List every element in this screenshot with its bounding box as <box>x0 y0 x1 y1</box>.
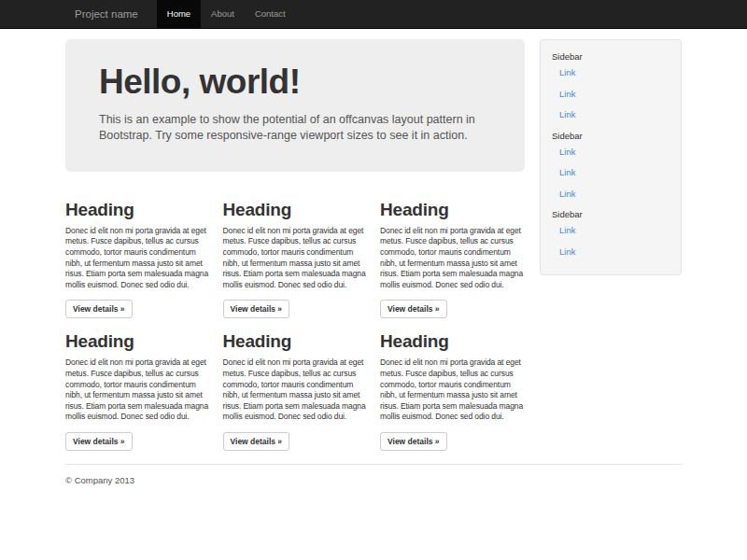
sidebar-group: Sidebar LinkLinkLink <box>552 131 669 200</box>
card-heading: Heading <box>65 332 210 352</box>
card-body-text: Donec id elit non mi porta gravida at eg… <box>223 357 368 423</box>
card-heading: Heading <box>223 201 368 220</box>
view-details-button[interactable]: View details » <box>380 432 447 451</box>
card-heading: Heading <box>65 201 210 220</box>
navbar-menu: HomeAboutContact <box>157 0 296 28</box>
cards-row-2: Heading Donec id elit non mi porta gravi… <box>65 321 525 450</box>
content-card: Heading Donec id elit non mi porta gravi… <box>380 321 525 450</box>
sidebar-link[interactable]: Link <box>559 89 669 100</box>
view-details-button[interactable]: View details » <box>223 432 290 451</box>
navbar: Project name HomeAboutContact <box>0 0 747 29</box>
jumbotron-text: This is an example to show the potential… <box>99 112 512 146</box>
view-details-button[interactable]: View details » <box>223 300 290 318</box>
footer: © Company 2013 <box>65 464 682 513</box>
sidebar-well: Sidebar LinkLinkLink Sidebar LinkLinkLin… <box>540 39 682 275</box>
navbar-brand[interactable]: Project name <box>65 0 148 28</box>
card-body-text: Donec id elit non mi porta gravida at eg… <box>65 357 210 423</box>
sidebar-link[interactable]: Link <box>559 67 669 78</box>
sidebar-group: Sidebar LinkLinkLink <box>552 51 669 120</box>
jumbotron: Hello, world! This is an example to show… <box>65 39 525 172</box>
card-heading: Heading <box>223 332 368 352</box>
view-details-button[interactable]: View details » <box>380 300 447 318</box>
card-body-text: Donec id elit non mi porta gravida at eg… <box>380 357 525 423</box>
sidebar-group: Sidebar LinkLink <box>552 209 669 258</box>
main-content: Hello, world! This is an example to show… <box>65 39 525 451</box>
sidebar-link[interactable]: Link <box>559 246 669 258</box>
nav-link-about[interactable]: About <box>201 0 245 28</box>
cards-row-1: Heading Donec id elit non mi porta gravi… <box>65 189 525 318</box>
sidebar-group-title: Sidebar <box>552 51 669 63</box>
nav-item-about: About <box>201 0 245 28</box>
sidebar: Sidebar LinkLinkLink Sidebar LinkLinkLin… <box>540 39 682 275</box>
sidebar-link[interactable]: Link <box>559 189 669 200</box>
main-container: Hello, world! This is an example to show… <box>65 39 682 513</box>
view-details-button[interactable]: View details » <box>65 300 133 318</box>
card-body-text: Donec id elit non mi porta gravida at eg… <box>65 226 210 291</box>
sidebar-link[interactable]: Link <box>559 109 669 120</box>
sidebar-link[interactable]: Link <box>559 147 669 158</box>
jumbotron-title: Hello, world! <box>99 63 510 102</box>
page: Project name HomeAboutContact Hello, wor… <box>0 0 747 560</box>
footer-copyright: © Company 2013 <box>65 475 682 485</box>
content-card: Heading Donec id elit non mi porta gravi… <box>223 321 368 450</box>
navbar-container: Project name HomeAboutContact <box>65 0 682 28</box>
card-body-text: Donec id elit non mi porta gravida at eg… <box>223 226 368 291</box>
content-card: Heading Donec id elit non mi porta gravi… <box>380 189 525 318</box>
content-row: Hello, world! This is an example to show… <box>65 39 682 451</box>
nav-item-home: Home <box>157 0 201 28</box>
nav-link-contact[interactable]: Contact <box>245 0 296 28</box>
content-card: Heading Donec id elit non mi porta gravi… <box>65 321 210 450</box>
sidebar-link[interactable]: Link <box>559 225 669 236</box>
sidebar-group-title: Sidebar <box>552 131 669 142</box>
sidebar-link[interactable]: Link <box>559 167 669 178</box>
card-body-text: Donec id elit non mi porta gravida at eg… <box>380 226 525 291</box>
view-details-button[interactable]: View details » <box>65 432 133 451</box>
card-heading: Heading <box>380 201 525 220</box>
sidebar-group-title: Sidebar <box>552 209 669 220</box>
card-heading: Heading <box>380 332 525 352</box>
content-card: Heading Donec id elit non mi porta gravi… <box>65 189 210 318</box>
nav-link-home[interactable]: Home <box>157 0 201 28</box>
content-card: Heading Donec id elit non mi porta gravi… <box>223 189 368 318</box>
nav-item-contact: Contact <box>245 0 296 28</box>
